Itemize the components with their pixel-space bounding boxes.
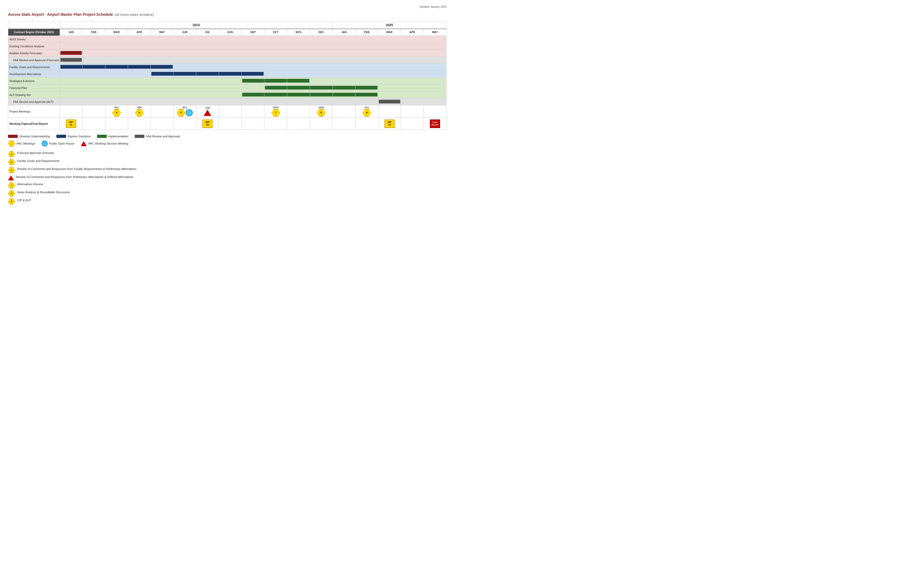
note-triangle-text: Review of Comments and Responses from Pr… bbox=[16, 175, 133, 179]
task-row-financial: Financial Plan bbox=[8, 84, 446, 91]
updated-text: Updated January 2025 bbox=[8, 5, 446, 8]
meeting-7-date: 10/15 bbox=[273, 106, 278, 109]
task-row-aviation: Aviation Activity Forecasts bbox=[8, 50, 446, 57]
bar-aviation-jan bbox=[60, 50, 82, 57]
meeting-7-cell: 10/15 7 bbox=[264, 105, 287, 118]
meeting-5-hex: 5 bbox=[135, 109, 144, 116]
meeting-6-cell: 6/11 6 bbox=[173, 105, 196, 118]
note-8-icon: 8 bbox=[8, 191, 15, 196]
task-label-faa-forecasts: FAA Review and Approval (Forecasts) bbox=[8, 57, 60, 64]
legend-bar-develop bbox=[8, 135, 18, 138]
task-bar-existing bbox=[60, 43, 446, 50]
month-jan-2024: JAN bbox=[60, 29, 82, 36]
month-aug-2024: AUG bbox=[219, 29, 242, 36]
legend-explore: Explore Solutions bbox=[57, 135, 91, 138]
month-oct-2024: OCT bbox=[264, 29, 287, 36]
task-label-wp: Working Papers/Final Report bbox=[8, 118, 60, 130]
task-bar-agis bbox=[60, 36, 446, 43]
month-feb-2025: FEB bbox=[355, 29, 378, 36]
legend-implement: Implementation bbox=[97, 135, 128, 138]
legend-icons-row: PAC Meetings Public Open House PAC Worki… bbox=[8, 141, 446, 147]
task-row-meetings: Project Meetings 3/12 4 4/30 5 bbox=[8, 105, 446, 118]
meeting-4-cell: 3/12 4 bbox=[105, 105, 128, 118]
task-row-alp: ALP Drawing Set bbox=[8, 91, 446, 99]
task-label-dev-alt: Development Alternatives bbox=[8, 71, 60, 78]
task-row-existing: Existing Conditions Analysis bbox=[8, 43, 446, 50]
meeting-8-date: 12/10 bbox=[319, 106, 324, 109]
legend-faa: FAA Review and Approval bbox=[135, 135, 180, 138]
meeting-7-hex: 7 bbox=[271, 109, 280, 116]
legend-circle-icon bbox=[42, 141, 48, 147]
note-5-icon: 5 bbox=[8, 159, 15, 165]
main-title: Aurora State Airport - Airport Master Pl… bbox=[8, 10, 446, 18]
meeting-8-hex: 8 bbox=[317, 109, 326, 116]
task-label-aviation: Aviation Activity Forecasts bbox=[8, 50, 60, 57]
task-label-existing: Existing Conditions Analysis bbox=[8, 43, 60, 50]
year-2025-header: 2025 bbox=[333, 22, 446, 29]
note-6: 6 Review of Comments and Responses from … bbox=[8, 167, 446, 173]
contract-label: Contract Begins (October 2021) bbox=[8, 29, 60, 36]
legend-bar-explore bbox=[57, 135, 66, 138]
month-apr-2025: APR bbox=[401, 29, 424, 36]
note-7-text: Alternatives Review bbox=[17, 183, 43, 186]
month-may-2024: MAY bbox=[151, 29, 173, 36]
legend-label-pac: PAC Meetings bbox=[16, 142, 35, 145]
note-4: 4 Forecast Approval Overview bbox=[8, 151, 446, 157]
task-row-strategies: Strategies & Actions bbox=[8, 78, 446, 84]
meeting-triangle-cell: 7/30 bbox=[196, 105, 219, 118]
task-label-meetings: Project Meetings bbox=[8, 105, 60, 118]
task-row-faa-forecasts: FAA Review and Approval (Forecasts) bbox=[8, 57, 446, 64]
month-may-2025: MAY bbox=[424, 29, 446, 36]
legend-label-openhouse: Public Open House bbox=[49, 142, 74, 145]
meeting-4-date: 3/12 bbox=[115, 106, 119, 109]
legend-label-explore: Explore Solutions bbox=[68, 135, 91, 138]
wp3-cell: WP#3 bbox=[378, 118, 401, 130]
legend-open-house: Public Open House bbox=[42, 141, 74, 147]
note-7: 7 Alternatives Review bbox=[8, 183, 446, 188]
notes-section: 4 Forecast Approval Overview 5 Facility … bbox=[8, 151, 446, 205]
wp2-badge: WP#2 bbox=[202, 120, 212, 128]
note-5: 5 Facility Goals and Requirements bbox=[8, 159, 446, 165]
meeting-triangle-icon bbox=[204, 110, 211, 116]
month-mar-2025: MAR bbox=[378, 29, 401, 36]
legend-bars-row: Develop Understanding Explore Solutions … bbox=[8, 135, 446, 138]
month-sep-2024: SEP bbox=[242, 29, 264, 36]
legend-label-faa: FAA Review and Approval bbox=[146, 135, 180, 138]
legend-triangle-icon bbox=[81, 141, 87, 146]
month-dec-2024: DEC bbox=[310, 29, 333, 36]
note-9-text: CIP & ALP bbox=[17, 199, 31, 202]
meeting-8-cell: 12/10 8 bbox=[310, 105, 333, 118]
bar-faa-jan bbox=[60, 57, 82, 64]
task-row-dev-alt: Development Alternatives bbox=[8, 71, 446, 78]
month-jun-2024: JUN bbox=[173, 29, 196, 36]
note-triangle: Review of Comments and Responses from Pr… bbox=[8, 175, 446, 180]
legend-working-session: PAC Working Session Meeting bbox=[81, 141, 128, 146]
month-header-row: Contract Begins (October 2021) JAN FEB M… bbox=[8, 29, 446, 36]
gantt-chart: 2024 2025 Contract Begins (October 2021)… bbox=[8, 22, 446, 130]
note-9: 9 CIP & ALP bbox=[8, 199, 446, 205]
task-label-agis: AGIS Survey bbox=[8, 36, 60, 43]
note-8: 8 Noise Analysis & Roundtable Discussion bbox=[8, 191, 446, 196]
legend-section: Develop Understanding Explore Solutions … bbox=[8, 135, 446, 147]
note-triangle-icon bbox=[8, 175, 14, 180]
meeting-6-hex: 6 bbox=[177, 109, 185, 116]
meeting-9-hex: 9 bbox=[362, 109, 371, 116]
legend-pac-meetings: PAC Meetings bbox=[8, 141, 35, 147]
wp1-cell: WP#1 bbox=[60, 118, 82, 130]
task-row-wp: Working Papers/Final Report WP#1 WP#2 bbox=[8, 118, 446, 130]
meeting-4-hex: 4 bbox=[112, 109, 121, 116]
wp1-badge: WP#1 bbox=[66, 120, 76, 128]
year-2024-header: 2024 bbox=[60, 22, 333, 29]
note-6-icon: 6 bbox=[8, 167, 15, 173]
meeting-9-date: 2/11 bbox=[364, 106, 369, 109]
month-apr-2024: APR bbox=[128, 29, 151, 36]
legend-bar-faa bbox=[135, 135, 144, 138]
task-row-agis: AGIS Survey bbox=[8, 36, 446, 43]
task-row-faa-alp: FAA Review and Approval (ALP) bbox=[8, 99, 446, 105]
final-report-cell: FinalReport bbox=[424, 118, 446, 130]
meeting-6-date: 6/11 bbox=[183, 106, 187, 109]
meeting-triangle-date: 7/30 bbox=[205, 107, 210, 109]
meeting-9-cell: 2/11 9 bbox=[355, 105, 378, 118]
task-row-facility: Facility Goals and Requirements bbox=[8, 64, 446, 71]
note-5-text: Facility Goals and Requirements bbox=[17, 159, 60, 163]
